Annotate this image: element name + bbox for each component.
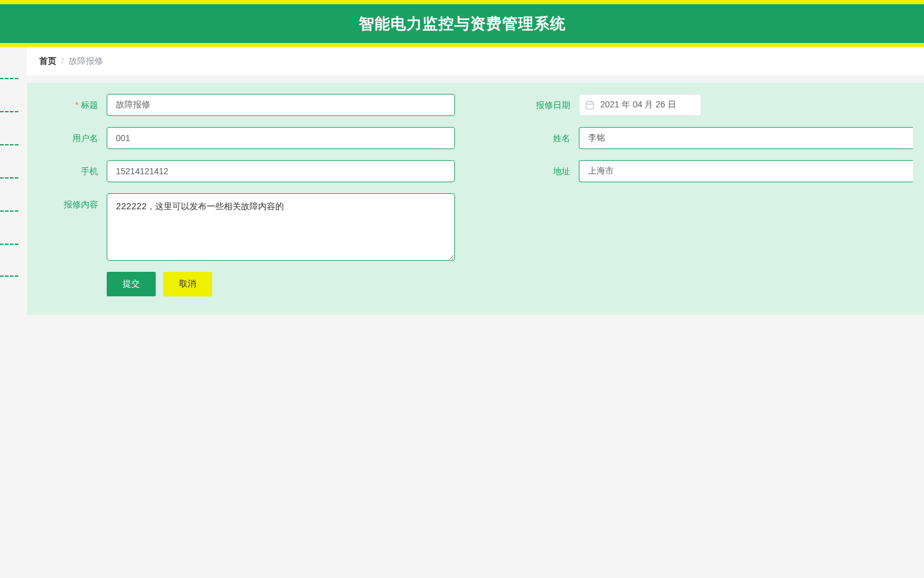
label-address: 地址 <box>510 160 579 182</box>
svg-rect-0 <box>586 102 594 109</box>
breadcrumb: 首页 / 故障报修 <box>27 47 924 75</box>
breadcrumb-current: 故障报修 <box>69 56 103 67</box>
label-phone: 手机 <box>38 160 107 182</box>
top-accent-strip <box>0 0 924 4</box>
page-header: 智能电力监控与资费管理系统 <box>0 4 924 43</box>
breadcrumb-separator: / <box>61 56 64 66</box>
date-input[interactable] <box>579 94 701 116</box>
cancel-button[interactable]: 取消 <box>163 272 212 296</box>
label-date: 报修日期 <box>510 94 579 116</box>
sidebar-item[interactable] <box>0 244 18 277</box>
sidebar-item[interactable] <box>0 144 18 177</box>
label-title: 标题 <box>38 94 107 116</box>
bottom-accent-strip <box>0 43 924 47</box>
sidebar-item[interactable] <box>0 210 18 244</box>
sidebar-item[interactable] <box>0 78 18 111</box>
calendar-icon <box>585 100 595 110</box>
submit-button[interactable]: 提交 <box>107 272 156 296</box>
sidebar-item[interactable] <box>0 177 18 210</box>
content-textarea[interactable] <box>107 193 455 261</box>
address-input[interactable] <box>579 160 913 182</box>
label-content: 报修内容 <box>38 193 107 215</box>
username-input[interactable] <box>107 127 455 149</box>
breadcrumb-home[interactable]: 首页 <box>39 56 56 67</box>
name-input[interactable] <box>579 127 913 149</box>
label-username: 用户名 <box>38 127 107 149</box>
phone-input[interactable] <box>107 160 455 182</box>
title-input[interactable] <box>107 94 455 116</box>
form-card: 标题 报修日期 <box>27 83 924 315</box>
label-name: 姓名 <box>510 127 579 149</box>
header-title: 智能电力监控与资费管理系统 <box>359 15 566 32</box>
sidebar <box>0 47 18 315</box>
sidebar-item[interactable] <box>0 111 18 144</box>
